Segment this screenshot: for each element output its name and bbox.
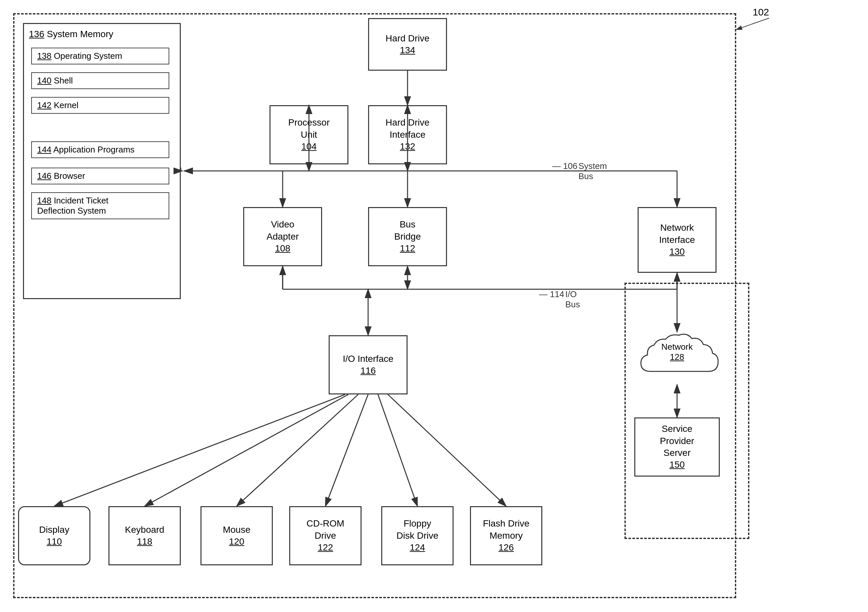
system-memory-title: 136 System Memory [29,29,113,39]
node-hard-drive: Hard Drive 134 [368,18,447,71]
svg-line-23 [736,18,769,29]
node-network: Network 128 [634,332,720,398]
node-mouse: Mouse 120 [200,506,273,566]
io-bus-ref: — 114 [539,289,564,299]
node-flash-drive-memory: Flash Drive Memory 126 [470,506,542,566]
ref-number: 102 [753,6,769,18]
node-keyboard: Keyboard 118 [108,506,181,566]
node-display: Display 110 [18,506,90,566]
node-video-adapter: Video Adapter 108 [243,207,322,266]
memory-item-itds: 148 Incident TicketDeflection System [31,192,169,219]
system-memory-panel [23,23,181,299]
node-hard-drive-interface: Hard Drive Interface 132 [368,105,447,164]
system-bus-ref: — 106 [552,161,577,171]
io-bus-label: I/OBus [565,289,580,310]
memory-item-os: 138 Operating System [31,48,169,64]
node-cdrom-drive: CD-ROM Drive 122 [289,506,361,566]
memory-item-browser: 146 Browser [31,167,169,184]
node-floppy-disk-drive: Floppy Disk Drive 124 [381,506,454,566]
network-subsystem-box [625,283,749,539]
node-service-provider-server: Service Provider Server 150 [634,417,720,477]
diagram-container: 102 136 System Memory 138 Operating Syst… [0,0,868,612]
node-processor-unit: Processor Unit 104 [270,105,349,164]
node-network-interface: Network Interface 130 [638,207,716,273]
system-bus-label: SystemBus [578,161,607,181]
memory-item-kernel: 142 Kernel [31,97,169,114]
node-bus-bridge: Bus Bridge 112 [368,207,447,266]
memory-item-shell: 140 Shell [31,72,169,89]
memory-item-app-programs: 144 Application Programs [31,141,169,158]
node-io-interface: I/O Interface 116 [329,335,408,394]
